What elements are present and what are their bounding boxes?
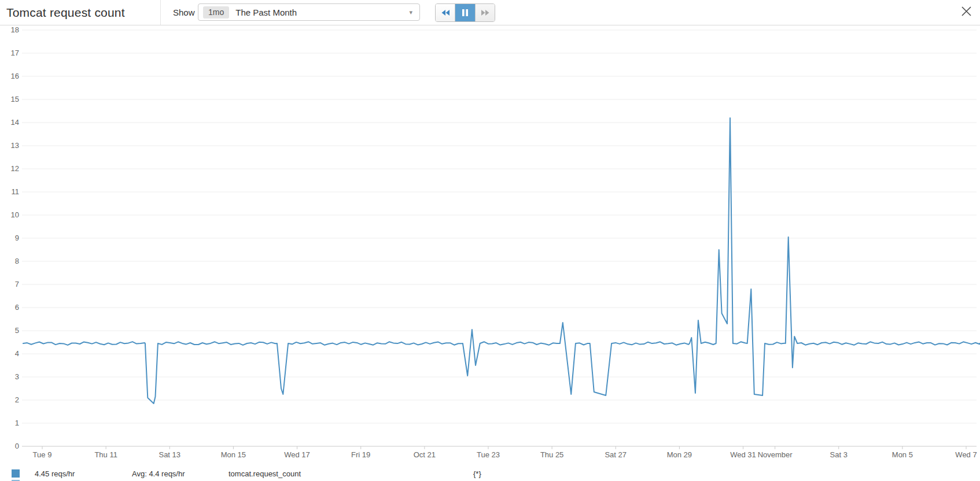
svg-text:18: 18: [11, 25, 19, 34]
graph-title: Tomcat request count: [6, 0, 125, 25]
svg-text:2: 2: [15, 395, 19, 404]
legend-scope: {*}: [473, 469, 481, 478]
svg-text:10: 10: [11, 210, 19, 219]
svg-text:Sat 13: Sat 13: [159, 450, 180, 459]
svg-text:14: 14: [11, 118, 19, 127]
svg-text:12: 12: [11, 164, 19, 173]
show-label: Show: [173, 0, 195, 25]
svg-text:17: 17: [11, 49, 19, 57]
legend-current-value: 4.45 reqs/hr: [35, 469, 75, 478]
svg-text:Fri 19: Fri 19: [351, 450, 370, 459]
svg-text:Wed 17: Wed 17: [284, 450, 310, 459]
legend-metric-name: tomcat.request_count: [229, 469, 301, 478]
pause-button[interactable]: [455, 4, 475, 21]
header-divider: [160, 0, 161, 25]
graph-header: Tomcat request count Show 1mo The Past M…: [0, 0, 980, 25]
svg-text:15: 15: [11, 95, 19, 103]
svg-text:Wed 31: Wed 31: [730, 450, 756, 459]
svg-text:Wed 7: Wed 7: [955, 450, 977, 459]
y-axis-labels: 0123456789101112131415161718: [11, 25, 19, 450]
svg-text:Thu 25: Thu 25: [540, 450, 563, 459]
svg-text:4: 4: [15, 349, 19, 358]
double-chevron-left-icon: [441, 9, 450, 16]
svg-text:Sat 27: Sat 27: [605, 450, 627, 459]
svg-text:11: 11: [12, 187, 20, 196]
rewind-button[interactable]: [436, 4, 455, 21]
svg-text:Mon 29: Mon 29: [667, 450, 692, 459]
svg-text:1: 1: [15, 419, 19, 427]
legend-swatch: [12, 469, 20, 478]
svg-text:Mon 15: Mon 15: [221, 450, 246, 459]
series-line: [23, 118, 979, 404]
svg-text:November: November: [758, 450, 793, 459]
x-axis-ticks: [42, 446, 966, 449]
svg-text:3: 3: [15, 372, 19, 381]
svg-text:Thu 11: Thu 11: [94, 450, 117, 459]
chart-plot-area[interactable]: 0123456789101112131415161718Tue 9Thu 11S…: [0, 25, 980, 464]
svg-text:Tue 23: Tue 23: [477, 450, 500, 459]
playback-controls: [435, 3, 495, 22]
svg-text:9: 9: [15, 234, 19, 242]
svg-text:7: 7: [15, 280, 19, 288]
double-chevron-right-icon: [481, 9, 490, 16]
svg-text:16: 16: [11, 72, 19, 80]
svg-text:5: 5: [15, 326, 19, 335]
legend-average: Avg: 4.4 reqs/hr: [132, 469, 185, 478]
svg-text:Tue 9: Tue 9: [33, 450, 52, 459]
close-x-icon: [961, 6, 972, 17]
svg-text:0: 0: [15, 442, 19, 450]
timeframe-badge: 1mo: [203, 6, 229, 18]
svg-text:6: 6: [15, 303, 19, 312]
gridlines: [22, 30, 977, 446]
close-button[interactable]: [958, 3, 974, 19]
pause-icon: [462, 9, 469, 17]
timeframe-value: The Past Month: [235, 8, 297, 17]
timeseries-chart: 0123456789101112131415161718Tue 9Thu 11S…: [0, 25, 980, 464]
svg-text:Mon 5: Mon 5: [892, 450, 913, 459]
chevron-down-icon: ▾: [409, 9, 412, 16]
svg-text:Oct 21: Oct 21: [414, 450, 436, 459]
svg-text:8: 8: [15, 257, 19, 265]
svg-text:13: 13: [11, 141, 19, 150]
x-axis-labels: Tue 9Thu 11Sat 13Mon 15Wed 17Fri 19Oct 2…: [33, 450, 977, 459]
svg-text:Sat 3: Sat 3: [830, 450, 848, 459]
timeframe-select[interactable]: 1mo The Past Month ▾: [198, 3, 420, 21]
legend-row[interactable]: 4.45 reqs/hr Avg: 4.4 reqs/hr tomcat.req…: [0, 467, 980, 481]
fast-forward-button[interactable]: [475, 4, 495, 21]
